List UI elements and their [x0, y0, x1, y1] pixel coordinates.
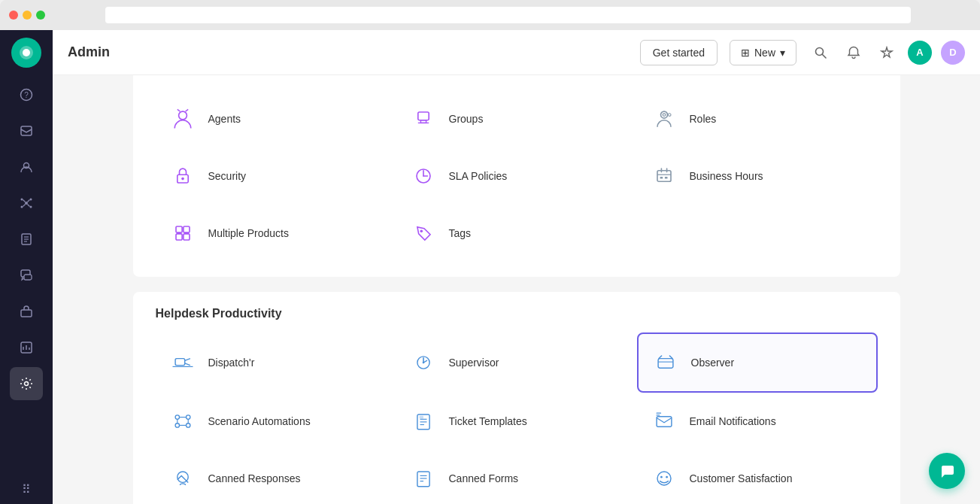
multiple-products-item[interactable]: Multiple Products — [156, 205, 396, 262]
tags-item[interactable]: Tags — [396, 205, 637, 262]
observer-item[interactable]: Observer — [637, 332, 878, 393]
groups-label: Groups — [449, 113, 484, 125]
sidebar-item-conversations[interactable] — [10, 259, 43, 292]
sidebar-item-inbox[interactable] — [10, 114, 43, 147]
sla-icon — [408, 161, 438, 191]
content-area: Agents Groups — [53, 75, 980, 504]
groups-item[interactable]: Groups — [396, 90, 637, 147]
security-label: Security — [208, 170, 247, 182]
svg-point-26 — [25, 382, 29, 386]
sidebar-item-help[interactable]: ? — [10, 78, 43, 111]
avatar-d[interactable]: D — [941, 41, 965, 65]
svg-point-29 — [178, 111, 187, 120]
groups-icon — [408, 104, 438, 134]
sparkle-icon[interactable] — [875, 41, 899, 65]
svg-line-31 — [185, 109, 188, 111]
agents-item[interactable]: Agents — [156, 90, 396, 147]
email-notifications-label: Email Notifications — [690, 415, 776, 427]
sidebar: ? — [0, 30, 53, 504]
svg-rect-50 — [183, 226, 189, 232]
canned-forms-item[interactable]: Canned Forms — [396, 450, 637, 504]
svg-point-66 — [175, 415, 179, 419]
dispatchr-item[interactable]: Dispatch'r — [156, 332, 396, 393]
roles-item[interactable]: Roles — [637, 90, 878, 147]
svg-line-12 — [28, 200, 30, 202]
new-icon: ⊞ — [741, 47, 750, 59]
svg-line-14 — [28, 205, 30, 207]
svg-point-53 — [420, 230, 423, 233]
window-chrome — [0, 0, 980, 30]
chat-bubble[interactable] — [929, 453, 965, 489]
page-title: Admin — [68, 44, 628, 60]
scenario-automations-item[interactable]: Scenario Automations — [156, 393, 396, 450]
svg-rect-47 — [660, 177, 663, 179]
bell-icon[interactable] — [842, 41, 866, 65]
svg-point-61 — [422, 362, 424, 364]
supervisor-item[interactable]: Supervisor — [396, 332, 637, 393]
sidebar-item-settings[interactable] — [10, 367, 43, 400]
search-icon[interactable] — [809, 41, 833, 65]
observer-label: Observer — [691, 357, 735, 369]
sidebar-item-knowledge[interactable] — [10, 223, 43, 256]
dispatchr-icon — [168, 348, 198, 378]
ticket-templates-item[interactable]: Ticket Templates — [396, 393, 637, 450]
security-icon — [168, 161, 198, 191]
app-container: ? — [0, 30, 980, 504]
security-item[interactable]: Security — [156, 147, 396, 205]
svg-rect-32 — [417, 112, 428, 120]
svg-rect-79 — [657, 417, 672, 427]
svg-line-55 — [184, 359, 190, 361]
svg-point-8 — [30, 199, 32, 201]
svg-point-10 — [30, 206, 32, 208]
email-notifications-item[interactable]: Email Notifications — [637, 393, 878, 450]
business-hours-label: Business Hours — [690, 170, 763, 182]
new-button[interactable]: ⊞ New ▾ — [730, 40, 796, 65]
new-label: New — [754, 47, 775, 59]
minimize-button[interactable] — [23, 11, 32, 20]
canned-responses-label: Canned Responses — [208, 472, 301, 484]
get-started-button[interactable]: Get started — [640, 40, 718, 65]
svg-rect-78 — [419, 416, 423, 419]
business-hours-item[interactable]: Business Hours — [637, 147, 878, 205]
sidebar-item-reports[interactable] — [10, 331, 43, 364]
multiple-products-icon — [168, 218, 198, 248]
sidebar-item-network[interactable] — [10, 187, 43, 220]
dispatchr-label: Dispatch'r — [208, 357, 255, 369]
svg-rect-43 — [657, 171, 671, 181]
customer-satisfaction-item[interactable]: Customer Satisfaction — [637, 450, 878, 504]
workspace-grid: Agents Groups — [156, 90, 878, 262]
svg-rect-62 — [658, 359, 673, 369]
svg-line-13 — [23, 205, 26, 207]
svg-rect-51 — [176, 234, 182, 240]
helpdesk-productivity-grid: Dispatch'r Superviso — [156, 332, 878, 504]
customer-satisfaction-label: Customer Satisfaction — [690, 472, 793, 484]
sidebar-item-marketplace[interactable] — [10, 295, 43, 328]
svg-point-37 — [668, 114, 671, 117]
sidebar-item-contacts[interactable] — [10, 150, 43, 184]
maximize-button[interactable] — [36, 11, 45, 20]
address-bar[interactable] — [105, 7, 911, 23]
svg-point-68 — [175, 424, 179, 427]
chevron-down-icon: ▾ — [780, 47, 785, 59]
avatar-a[interactable]: A — [908, 41, 932, 65]
supervisor-icon — [408, 348, 438, 378]
workspace-section: Agents Groups — [133, 75, 900, 277]
scenario-automations-label: Scenario Automations — [208, 415, 311, 427]
svg-rect-49 — [176, 226, 182, 232]
roles-icon — [649, 104, 679, 134]
svg-point-7 — [21, 199, 23, 201]
sla-item[interactable]: SLA Policies — [396, 147, 637, 205]
helpdesk-productivity-section: Helpdesk Productivity — [133, 292, 900, 504]
svg-line-30 — [177, 109, 180, 111]
svg-rect-83 — [417, 472, 429, 487]
sidebar-dots: ⠿ — [22, 482, 31, 496]
close-button[interactable] — [9, 11, 18, 20]
svg-rect-54 — [175, 359, 185, 366]
svg-rect-48 — [664, 177, 667, 179]
canned-responses-item[interactable]: Canned Responses — [156, 450, 396, 504]
svg-point-1 — [23, 49, 30, 56]
svg-point-69 — [186, 424, 190, 427]
scenario-automations-icon — [168, 406, 198, 436]
app-logo[interactable] — [11, 38, 41, 68]
svg-point-39 — [181, 178, 184, 181]
